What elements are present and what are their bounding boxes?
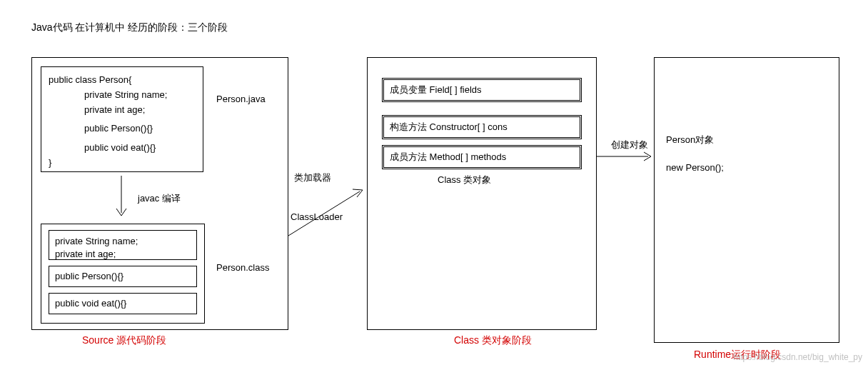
- constructors-row: 构造方法 Constructor[ ] cons: [382, 115, 582, 139]
- new-person-statement: new Person();: [666, 162, 724, 173]
- stage-class-object: 成员变量 Field[ ] fields 构造方法 Constructor[ ]…: [367, 57, 597, 330]
- javac-label: javac 编译: [138, 192, 181, 205]
- code-line: public Person(){}: [49, 121, 196, 136]
- stage2-caption: Class 类对象阶段: [454, 334, 532, 347]
- compiled-fields: private String name; private int age;: [49, 230, 197, 260]
- source-code-box: public class Person{ private String name…: [41, 66, 203, 172]
- compiled-class-box: private String name; private int age; pu…: [41, 224, 205, 324]
- stage-source: public class Person{ private String name…: [31, 57, 288, 330]
- compiled-method: public void eat(){}: [49, 293, 197, 314]
- person-object-label: Person对象: [666, 134, 714, 146]
- code-line: public class Person{: [49, 73, 196, 88]
- arrow-right-icon: [597, 150, 655, 163]
- stage-runtime: Person对象 new Person();: [654, 57, 839, 343]
- fields-row: 成员变量 Field[ ] fields: [382, 78, 582, 102]
- methods-row: 成员方法 Method[ ] methods: [382, 145, 582, 169]
- stage1-caption: Source 源代码阶段: [82, 334, 166, 347]
- code-line: private int age;: [49, 103, 196, 118]
- watermark: https://blog.csdn.net/big_white_py: [733, 352, 862, 362]
- code-line: }: [49, 156, 196, 171]
- diagram-title: Java代码 在计算机中 经历的阶段：三个阶段: [31, 21, 228, 34]
- code-line: public void eat(){}: [49, 141, 196, 156]
- arrow-down-icon: [111, 176, 132, 220]
- classloader-label-cn: 类加载器: [294, 171, 331, 184]
- java-file-label: Person.java: [216, 94, 266, 104]
- code-line: private String name;: [49, 88, 196, 103]
- class-object-label: Class 类对象: [438, 174, 491, 186]
- classloader-label-en: ClassLoader: [291, 211, 343, 222]
- compiled-constructor: public Person(){}: [49, 266, 197, 287]
- class-file-label: Person.class: [216, 262, 269, 273]
